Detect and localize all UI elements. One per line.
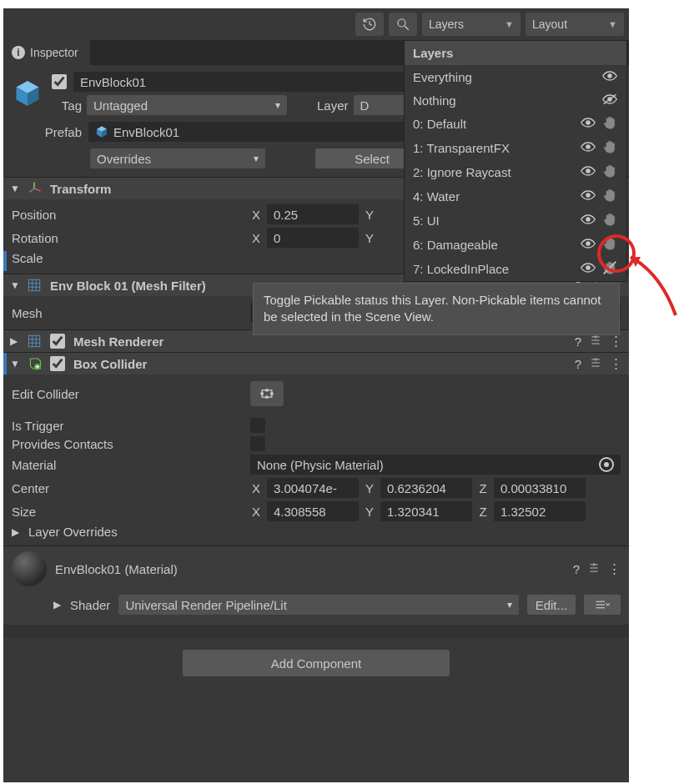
chevron-down-icon: ▼ — [608, 19, 617, 29]
layer-row[interactable]: Nothing — [405, 88, 626, 112]
is-trigger-checkbox[interactable] — [250, 418, 265, 433]
rotation-x-field[interactable] — [267, 228, 359, 248]
add-component-button[interactable]: Add Component — [183, 650, 450, 676]
eye-open-icon[interactable] — [580, 213, 596, 229]
layer-row[interactable]: 5: UI — [405, 209, 626, 233]
pickable-icon[interactable] — [601, 139, 618, 157]
size-z-field[interactable] — [494, 501, 586, 521]
eye-open-icon[interactable] — [580, 140, 596, 156]
layout-dropdown-label: Layout — [532, 18, 567, 31]
svg-point-62 — [586, 169, 590, 173]
context-menu-icon[interactable]: ⋮ — [610, 356, 622, 371]
context-menu-icon[interactable]: ⋮ — [610, 334, 622, 349]
eye-open-icon[interactable] — [601, 69, 618, 85]
pickable-icon[interactable] — [601, 188, 618, 205]
foldout-closed-icon[interactable]: ▶ — [12, 526, 20, 538]
eye-closed-icon[interactable] — [601, 93, 618, 108]
preset-icon[interactable] — [590, 334, 601, 349]
position-x-field[interactable] — [267, 204, 359, 224]
layer-row-label: 4: Water — [413, 189, 580, 204]
top-toolbar: Layers ▼ Layout ▼ — [3, 8, 629, 40]
provides-contacts-label: Provides Contacts — [12, 437, 245, 451]
prefab-cube-icon — [95, 125, 108, 138]
provides-contacts-checkbox[interactable] — [250, 436, 265, 451]
meshrenderer-enabled-checkbox[interactable] — [50, 334, 65, 349]
shader-dropdown[interactable]: Universal Render Pipeline/Lit — [118, 595, 518, 615]
material-name: EnvBlock01 (Material) — [55, 562, 565, 576]
foldout-open-icon: ▼ — [10, 279, 18, 291]
boxcollider-enabled-checkbox[interactable] — [50, 356, 65, 371]
axis-x-label: X — [250, 208, 262, 222]
layers-dropdown[interactable]: Layers ▼ — [422, 13, 521, 36]
layer-row[interactable]: 6: Damageable — [405, 233, 626, 257]
layer-row[interactable]: 1: TransparentFX — [405, 136, 626, 160]
material-section: EnvBlock01 (Material) ? ⋮ ▶ Shader Unive… — [3, 545, 629, 625]
help-icon[interactable]: ? — [575, 357, 581, 371]
eye-open-icon[interactable] — [580, 261, 596, 277]
shader-edit-button[interactable]: Edit... — [527, 595, 576, 615]
preset-icon[interactable] — [588, 562, 600, 576]
preset-icon[interactable] — [590, 357, 601, 371]
svg-rect-16 — [28, 279, 40, 291]
eye-open-icon[interactable] — [580, 237, 596, 253]
object-picker-icon[interactable] — [599, 457, 614, 472]
layer-row[interactable]: 2: Ignore Raycast — [405, 160, 626, 184]
size-x-field[interactable] — [267, 501, 359, 521]
svg-point-48 — [266, 389, 269, 392]
svg-point-65 — [586, 242, 590, 245]
edit-collider-button[interactable] — [250, 381, 284, 406]
help-icon[interactable]: ? — [573, 562, 580, 576]
transform-icon — [27, 181, 42, 196]
pickable-icon[interactable] — [601, 115, 618, 133]
is-trigger-label: Is Trigger — [12, 419, 245, 433]
pickable-icon[interactable] — [601, 212, 618, 229]
physic-material-field[interactable]: None (Physic Material) — [250, 455, 621, 475]
size-y-field[interactable] — [380, 501, 472, 521]
edit-collider-label: Edit Collider — [12, 387, 245, 401]
eye-open-icon[interactable] — [580, 164, 596, 180]
boxcollider-icon — [27, 356, 42, 371]
boxcollider-header[interactable]: ▼ Box Collider ? ⋮ — [3, 352, 629, 374]
layer-row-label: 7: LockedInPlace — [413, 262, 580, 276]
center-y-field[interactable] — [380, 478, 472, 498]
layer-label: Layer — [317, 98, 349, 113]
svg-point-64 — [586, 218, 590, 221]
tooltip: Toggle Pickable status this Layer. Non-P… — [253, 283, 620, 335]
layer-row-label: 2: Ignore Raycast — [413, 165, 580, 179]
layer-row-label: 1: TransparentFX — [413, 141, 580, 155]
tag-dropdown[interactable]: Untagged — [87, 95, 287, 115]
layer-row-label: 5: UI — [413, 214, 580, 228]
svg-point-46 — [261, 393, 264, 395]
boxcollider-title: Box Collider — [73, 357, 566, 371]
search-icon-button[interactable] — [389, 13, 417, 36]
foldout-closed-icon[interactable]: ▶ — [53, 599, 62, 611]
layer-row[interactable]: 4: Water — [405, 184, 626, 209]
eye-open-icon[interactable] — [580, 116, 596, 132]
shader-menu-button[interactable] — [584, 595, 621, 615]
eye-open-icon[interactable] — [580, 188, 596, 204]
inspector-tab[interactable]: i Inspector — [3, 40, 90, 65]
scale-label: Scale — [12, 251, 245, 265]
gameobject-enabled-checkbox[interactable] — [52, 74, 67, 89]
overrides-dropdown[interactable]: Overrides — [90, 148, 265, 168]
history-icon-button[interactable] — [355, 13, 384, 36]
foldout-open-icon: ▼ — [10, 183, 18, 194]
svg-point-47 — [271, 393, 274, 395]
add-component-row: Add Component — [3, 638, 629, 688]
layer-row[interactable]: Everything — [405, 65, 626, 88]
center-x-field[interactable] — [267, 478, 359, 498]
user-annotation-arrow — [619, 249, 679, 324]
layer-row[interactable]: 7: LockedInPlace — [405, 257, 626, 281]
pickable-icon[interactable] — [601, 163, 618, 181]
material-preview-icon[interactable] — [12, 551, 47, 586]
layer-overrides-label: Layer Overrides — [28, 525, 118, 539]
gameobject-cube-icon[interactable] — [12, 78, 43, 109]
center-z-field[interactable] — [494, 478, 586, 498]
help-icon[interactable]: ? — [575, 334, 581, 349]
layers-dropdown-label: Layers — [429, 18, 464, 31]
context-menu-icon[interactable]: ⋮ — [608, 561, 621, 576]
layout-dropdown[interactable]: Layout ▼ — [526, 13, 624, 36]
layer-row[interactable]: 0: Default — [405, 112, 626, 136]
material-label: Material — [12, 458, 245, 472]
svg-line-10 — [29, 188, 34, 193]
